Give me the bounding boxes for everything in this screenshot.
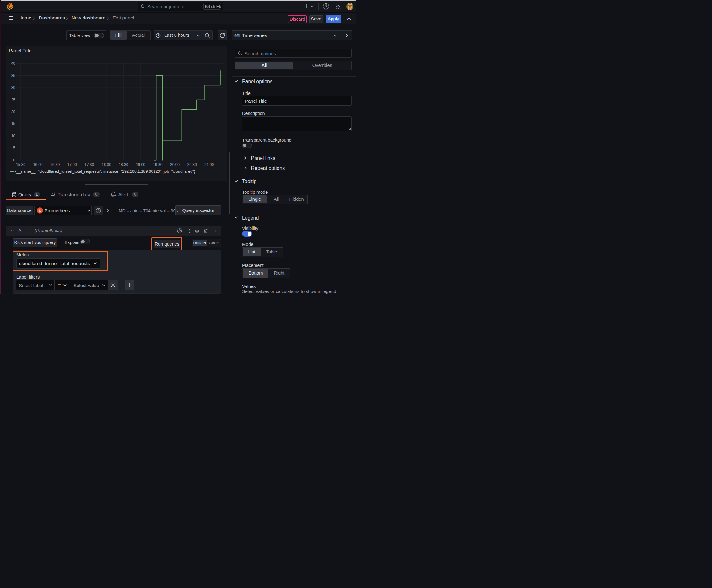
- svg-text:16:30: 16:30: [50, 162, 60, 167]
- svg-text:20:30: 20:30: [188, 162, 197, 167]
- svg-text:18:00: 18:00: [102, 162, 111, 167]
- svg-text:20: 20: [11, 110, 16, 114]
- svg-text:10: 10: [11, 134, 16, 138]
- svg-text:15:30: 15:30: [16, 162, 25, 167]
- svg-text:30: 30: [11, 85, 16, 90]
- svg-text:35: 35: [11, 74, 16, 78]
- svg-text:17:30: 17:30: [84, 162, 94, 167]
- svg-text:17:00: 17:00: [67, 162, 77, 167]
- svg-text:18:30: 18:30: [118, 162, 128, 167]
- svg-text:40: 40: [11, 61, 16, 66]
- svg-text:19:30: 19:30: [153, 162, 162, 167]
- svg-text:20:00: 20:00: [170, 162, 179, 167]
- svg-text:16:00: 16:00: [33, 162, 42, 167]
- svg-text:5: 5: [13, 146, 15, 150]
- svg-text:{__name__="cloudflared_tunnel_: {__name__="cloudflared_tunnel_total_requ…: [15, 169, 196, 174]
- svg-text:19:00: 19:00: [136, 162, 145, 167]
- svg-text:25: 25: [11, 98, 16, 102]
- svg-text:0: 0: [13, 158, 15, 162]
- svg-text:21:00: 21:00: [204, 162, 214, 167]
- svg-text:15: 15: [11, 122, 16, 126]
